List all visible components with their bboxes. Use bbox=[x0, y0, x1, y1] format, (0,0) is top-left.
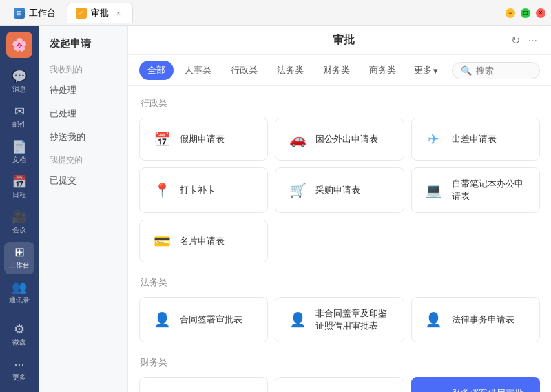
tab-approval[interactable]: ✓ 审批 × bbox=[67, 3, 133, 23]
sidebar-item-disk[interactable]: ⚙ 微盘 bbox=[4, 319, 34, 351]
content-title: 审批 bbox=[176, 33, 511, 48]
window-controls: － □ × bbox=[506, 8, 545, 18]
more-label: 更多 bbox=[12, 373, 26, 382]
nav-pending[interactable]: 待处理 bbox=[39, 79, 127, 102]
sidebar-item-schedule[interactable]: 📅 日程 bbox=[4, 172, 34, 204]
workbench-icon: ⊞ bbox=[14, 246, 25, 258]
contacts-label: 通讯录 bbox=[9, 296, 30, 305]
tab-workbench[interactable]: ⊞ 工作台 bbox=[6, 3, 64, 23]
filter-business[interactable]: 商务类 bbox=[361, 61, 404, 80]
clock-repair-label: 打卡补卡 bbox=[180, 184, 216, 196]
filter-all[interactable]: 全部 bbox=[139, 61, 174, 80]
docs-icon: 📄 bbox=[12, 141, 27, 153]
minimize-button[interactable]: － bbox=[506, 8, 515, 18]
filter-hr[interactable]: 人事类 bbox=[176, 61, 220, 80]
loan-icon: 💰 bbox=[151, 389, 173, 392]
card-business-card[interactable]: 💳 名片申请表 bbox=[139, 220, 268, 262]
search-input[interactable] bbox=[476, 65, 531, 76]
category-legal-title: 法务类 bbox=[139, 276, 540, 289]
card-laptop[interactable]: 💻 自带笔记本办公申请表 bbox=[411, 167, 540, 213]
sidebar-item-mail[interactable]: ✉ 邮件 bbox=[4, 101, 34, 134]
header-actions: ↻ ··· bbox=[511, 34, 537, 47]
filter-bar: 全部 人事类 行政类 法务类 财务类 商务类 更多 ▾ 🔍 bbox=[128, 55, 551, 86]
laptop-label: 自带笔记本办公申请表 bbox=[452, 178, 528, 203]
maximize-button[interactable]: □ bbox=[521, 8, 530, 18]
category-finance-title: 财务类 bbox=[139, 356, 540, 369]
close-button[interactable]: × bbox=[536, 8, 545, 18]
app-logo[interactable]: 🌸 bbox=[6, 32, 32, 58]
card-reimbursement[interactable]: 🏠 支出凭单 bbox=[275, 377, 404, 392]
card-clock-repair[interactable]: 📍 打卡补卡 bbox=[139, 167, 268, 213]
business-trip-out-label: 因公外出申请表 bbox=[315, 133, 378, 145]
sidebar-item-workbench[interactable]: ⊞ 工作台 bbox=[4, 242, 34, 274]
filter-more[interactable]: 更多 ▾ bbox=[407, 61, 445, 80]
refresh-button[interactable]: ↻ bbox=[511, 34, 520, 47]
card-purchase[interactable]: 🛒 采购申请表 bbox=[275, 167, 404, 213]
card-business-trip-out[interactable]: 🚗 因公外出申请表 bbox=[275, 118, 404, 161]
mail-label: 邮件 bbox=[12, 120, 26, 130]
nav-submitted[interactable]: 已提交 bbox=[39, 169, 127, 192]
approval-tab-icon: ✓ bbox=[76, 8, 87, 19]
left-panel: 发起申请 我收到的 待处理 已处理 抄送我的 我提交的 已提交 bbox=[39, 26, 128, 392]
category-admin-title: 行政类 bbox=[139, 97, 540, 110]
sidebar-item-docs[interactable]: 📄 文档 bbox=[4, 136, 34, 169]
meetings-icon: 🎥 bbox=[12, 211, 27, 223]
schedule-icon: 📅 bbox=[12, 176, 27, 188]
card-leave[interactable]: 📅 假期申请表 bbox=[139, 118, 268, 161]
card-archive-borrow[interactable]: 📋 财务档案借用审批表 bbox=[411, 377, 540, 392]
filter-legal[interactable]: 法务类 bbox=[269, 61, 312, 80]
card-seal[interactable]: 👤 非合同盖章及印鉴证照借用审批表 bbox=[275, 297, 404, 342]
docs-label: 文档 bbox=[12, 155, 26, 165]
nav-copied[interactable]: 抄送我的 bbox=[39, 125, 127, 149]
card-loan[interactable]: 💰 借款申请单 bbox=[139, 377, 268, 392]
panel-title: 发起申请 bbox=[39, 34, 127, 59]
messages-label: 消息 bbox=[12, 85, 26, 94]
workbench-tab-icon: ⊞ bbox=[14, 8, 25, 19]
business-trip-out-icon: 🚗 bbox=[287, 128, 309, 150]
main-layout: 🌸 💬 消息 ✉ 邮件 📄 文档 📅 日程 🎥 会议 ⊞ 工作台 👥 通讯录 bbox=[0, 26, 551, 392]
meetings-label: 会议 bbox=[12, 225, 26, 235]
business-trip-label: 出差申请表 bbox=[452, 133, 497, 145]
section-label-submitted: 我提交的 bbox=[39, 152, 127, 169]
tab-close-button[interactable]: × bbox=[113, 8, 124, 19]
laptop-icon: 💻 bbox=[423, 179, 445, 201]
card-contract-sign[interactable]: 👤 合同签署审批表 bbox=[139, 297, 268, 342]
more-options-button[interactable]: ··· bbox=[528, 34, 537, 47]
contract-sign-icon: 👤 bbox=[151, 309, 173, 331]
workbench-label: 工作台 bbox=[9, 260, 30, 270]
clock-repair-icon: 📍 bbox=[151, 179, 173, 201]
leave-label: 假期申请表 bbox=[180, 133, 225, 145]
more-icon: ··· bbox=[14, 358, 24, 371]
search-box[interactable]: 🔍 bbox=[452, 62, 540, 79]
reimbursement-icon: 🏠 bbox=[287, 389, 309, 392]
sidebar-item-messages[interactable]: 💬 消息 bbox=[4, 66, 34, 99]
legal-card-grid: 👤 合同签署审批表 👤 非合同盖章及印鉴证照借用审批表 👤 法律事务申请表 bbox=[139, 297, 540, 342]
card-business-trip[interactable]: ✈ 出差申请表 bbox=[411, 118, 540, 161]
filter-finance[interactable]: 财务类 bbox=[315, 61, 358, 80]
sidebar: 🌸 💬 消息 ✉ 邮件 📄 文档 📅 日程 🎥 会议 ⊞ 工作台 👥 通讯录 bbox=[0, 26, 39, 392]
contract-sign-label: 合同签署审批表 bbox=[180, 313, 242, 326]
archive-borrow-icon: 📋 bbox=[423, 389, 445, 392]
logo-emoji: 🌸 bbox=[12, 37, 27, 52]
search-icon: 🔍 bbox=[461, 65, 472, 76]
sidebar-item-contacts[interactable]: 👥 通讯录 bbox=[4, 277, 34, 309]
nav-processed[interactable]: 已处理 bbox=[39, 102, 127, 125]
archive-borrow-label: 财务档案借用审批表 bbox=[452, 387, 528, 392]
sidebar-item-more[interactable]: ··· 更多 bbox=[4, 354, 34, 386]
sidebar-item-meetings[interactable]: 🎥 会议 bbox=[4, 207, 34, 239]
tab-bar: ⊞ 工作台 ✓ 审批 × bbox=[6, 3, 506, 23]
disk-label: 微盘 bbox=[12, 338, 26, 347]
category-finance: 财务类 💰 借款申请单 🏠 支出凭单 📋 财务档案借用审批表 bbox=[139, 356, 540, 392]
business-trip-icon: ✈ bbox=[423, 128, 445, 150]
leave-icon: 📅 bbox=[151, 128, 173, 150]
purchase-icon: 🛒 bbox=[287, 179, 309, 201]
card-legal-affairs[interactable]: 👤 法律事务申请表 bbox=[411, 297, 540, 342]
contacts-icon: 👥 bbox=[12, 281, 27, 293]
legal-affairs-label: 法律事务申请表 bbox=[452, 313, 514, 326]
admin-card-grid: 📅 假期申请表 🚗 因公外出申请表 ✈ 出差申请表 📍 打卡补卡 bbox=[139, 118, 540, 262]
filter-admin[interactable]: 行政类 bbox=[222, 61, 266, 80]
business-card-label: 名片申请表 bbox=[180, 235, 225, 247]
section-label-received: 我收到的 bbox=[39, 61, 127, 79]
chevron-down-icon: ▾ bbox=[433, 65, 438, 76]
purchase-label: 采购申请表 bbox=[315, 184, 360, 196]
